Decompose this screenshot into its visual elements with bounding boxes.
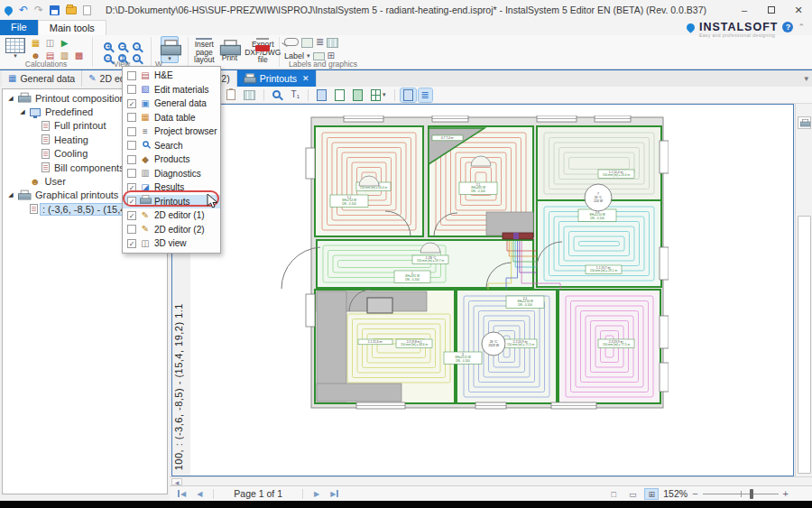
scrollbar-thumb[interactable] (798, 216, 811, 474)
checkbox[interactable] (127, 169, 136, 178)
svg-text:4-7 7,4 m²: 4-7 7,4 m² (441, 136, 455, 140)
calculator-icon (5, 38, 25, 53)
close-icon[interactable]: ✕ (302, 74, 309, 83)
checkbox[interactable] (127, 155, 136, 164)
svg-text:150 mm [m] = 59,7 m: 150 mm [m] = 59,7 m (417, 259, 445, 263)
checkbox[interactable] (127, 141, 136, 150)
find-button[interactable] (270, 89, 286, 101)
tab-overflow-icon[interactable]: ▾ (804, 74, 808, 83)
chevron-down-icon: ▾ (307, 53, 310, 59)
zoom-page-icon[interactable]: ▫ (133, 42, 141, 51)
new-file-icon[interactable] (83, 5, 91, 15)
tab-file[interactable]: File (0, 20, 38, 35)
tab-general-data[interactable]: ▦General data (2, 70, 82, 87)
previous-page-button[interactable]: ◀ (193, 490, 206, 498)
tab-printouts[interactable]: Printouts✕ (237, 70, 317, 87)
fit-width-button[interactable]: □ (606, 488, 621, 500)
checkbox-checked[interactable]: ✓ (127, 99, 136, 108)
table-icon: ▦ (140, 112, 151, 123)
first-page-button[interactable]: ◀ (173, 490, 189, 498)
collapse-icon[interactable]: ◢ (6, 95, 15, 102)
maximize-button[interactable] (758, 0, 785, 20)
menu-item-project-browser[interactable]: ≡Project browser (123, 125, 220, 139)
page-view-blue-button[interactable] (314, 88, 329, 102)
materials-icon: ▧ (140, 84, 151, 95)
diagnostics-icon: ▥ (140, 168, 151, 179)
zoom-in-button[interactable]: + (783, 488, 789, 500)
checkbox[interactable] (127, 113, 136, 122)
menu-item-general-data[interactable]: ✓▣General data (123, 97, 220, 111)
app-icon[interactable] (3, 5, 14, 16)
printer-icon (18, 190, 30, 201)
checkbox[interactable] (127, 225, 136, 234)
layout-button[interactable] (241, 89, 258, 101)
save-icon[interactable] (50, 5, 60, 15)
tab-label: Printouts (260, 73, 297, 84)
label-button[interactable]: Label (284, 51, 304, 60)
insert-page-layout-button[interactable]: Insert page layout (191, 36, 217, 63)
export-dxf-dwg-button[interactable]: Export DXF/DWG file (242, 36, 283, 63)
page-view-fill-button[interactable] (350, 88, 365, 102)
zoom-slider[interactable] (703, 488, 779, 500)
columns-icon[interactable] (327, 38, 338, 48)
checkbox[interactable] (127, 71, 136, 80)
minimize-button[interactable]: – (731, 0, 758, 20)
menu-item-2d-editor-2[interactable]: ✎2D editor (2) (123, 223, 220, 237)
printer-icon (161, 40, 179, 55)
paste-button[interactable] (224, 88, 238, 101)
vertical-scrollbar[interactable] (795, 104, 812, 476)
collapse-ribbon-icon[interactable]: ⌃ (798, 22, 805, 32)
zoom-value: 152% (663, 488, 687, 499)
page-view-outline-button[interactable] (332, 88, 347, 102)
printout-canvas[interactable]: 100, : (-3,6, -8,5) - (15,4, 19,2) 1.1 1… (171, 104, 794, 476)
fit-height-button[interactable]: ▭ (625, 488, 640, 500)
layout-icon (244, 90, 255, 100)
checkbox[interactable] (127, 127, 136, 136)
menu-item-h-e[interactable]: ▤H&E (123, 69, 220, 83)
print-preview-button[interactable] (798, 116, 811, 129)
menu-item-3d-view[interactable]: ✓◫3D view (123, 236, 220, 251)
checkbox-checked[interactable]: ✓ (127, 211, 136, 220)
collapse-icon[interactable]: ◢ (6, 191, 15, 199)
label-lasso-icon[interactable] (284, 38, 299, 46)
menu-item-2d-editor-1[interactable]: ✓✎2D editor (1) (123, 208, 220, 223)
page-view-grid-button[interactable]: ▾ (368, 88, 389, 102)
zoom-in-icon[interactable]: + (104, 42, 112, 51)
graphic-frame-icon[interactable] (301, 38, 313, 48)
text-search-button[interactable]: T₁ (289, 88, 302, 101)
menu-item-label: General data (154, 98, 207, 108)
collapse-icon[interactable]: ◢ (18, 108, 27, 115)
undo-icon[interactable]: ↶ (19, 5, 28, 15)
print-button[interactable]: Print (219, 36, 240, 63)
fit-page-button[interactable]: ⊞ (644, 488, 659, 500)
checkbox[interactable] (127, 85, 136, 94)
legend-list-icon[interactable]: ≣ (316, 36, 324, 48)
checkbox-checked[interactable]: ✓ (127, 239, 136, 248)
svg-text:DN - 0,100: DN - 0,100 (405, 278, 420, 282)
menu-item-diagnostics[interactable]: ▥Diagnostics (123, 167, 220, 181)
zoom-slider-thumb[interactable] (750, 489, 753, 499)
open-icon[interactable] (66, 6, 77, 14)
help-icon[interactable]: ? (782, 22, 793, 32)
zoom-out-button[interactable]: − (692, 488, 697, 500)
menu-item-products[interactable]: ◆Products (123, 152, 220, 167)
menu-item-data-table[interactable]: ▦Data table (123, 111, 220, 125)
calc-tool-icon-1[interactable]: ▦ (30, 38, 42, 49)
next-page-button[interactable]: ▶ (310, 490, 323, 498)
menu-item-search[interactable]: Search (123, 139, 220, 153)
fit-page-button[interactable] (401, 88, 416, 102)
calc-tool-icon-2[interactable]: ◫ (44, 38, 56, 49)
list-panel-button[interactable]: ≣ (419, 88, 432, 102)
chevron-down-icon: ▾ (14, 53, 17, 59)
horizontal-scrollbar[interactable]: ◀ (170, 476, 812, 485)
tab-main-tools[interactable]: Main tools (38, 20, 106, 35)
scroll-left-icon[interactable]: ◀ (171, 478, 182, 485)
last-page-button[interactable]: ▶ (327, 490, 343, 498)
list-icon: ≣ (421, 89, 429, 101)
calc-tool-icon-3[interactable]: ▶ (59, 38, 70, 49)
menu-item-edit-materials[interactable]: ▧Edit materials (123, 83, 220, 97)
zoom-out-icon[interactable]: − (118, 42, 126, 51)
status-strip (0, 501, 812, 508)
redo-icon[interactable]: ↷ (34, 5, 43, 15)
close-button[interactable]: ✕ (785, 0, 812, 20)
